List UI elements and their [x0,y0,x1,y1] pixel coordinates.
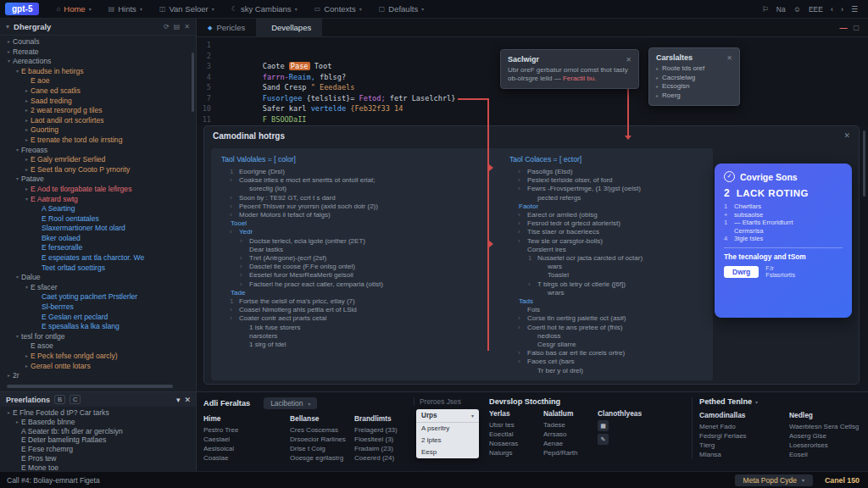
panel-row[interactable]: 1 slrg of tdel [240,341,503,349]
panel-row[interactable]: › Tew sle or carsgtor-bolls) [518,237,709,246]
forward-icon[interactable]: › [841,5,843,14]
panel-row[interactable]: › Corse tln oertirg palette oct (as#) [518,314,709,323]
panel-row[interactable]: › Falso bas car ert tle corels ortre) [518,349,709,358]
panel-row[interactable]: 1 Eoorlgne (Drsl) [230,168,503,176]
panel-row[interactable]: 1 Fortse the oelsll of ma's prlcc, etlay… [230,297,503,306]
tree-item[interactable]: ▾ E sfacer [0,283,197,293]
filter-button-c[interactable]: C [70,395,81,404]
panel-row[interactable]: › Faoes cet (bars [518,358,709,366]
tree-item[interactable]: ▾ Dalue [0,273,197,283]
tree-item[interactable]: ▸ E Galy emrlider Serlied [0,155,197,165]
horizontal-scrollbar[interactable] [7,385,173,388]
list-item[interactable]: E Fese rchemrg [0,445,197,454]
tree-item[interactable]: ▸ Cane ed scatlis [0,86,197,97]
tool-icon[interactable]: ▦ [598,420,609,431]
maximize-icon[interactable]: ▢ [853,24,860,31]
list-item[interactable]: E Mone toe [0,463,197,471]
vertical-scrollbar[interactable] [863,130,865,197]
tree-item[interactable]: ▸ E Peck tefse onrlgd oarcly) [0,352,197,362]
panel-row[interactable]: › Tlse slaer or bacerleecs [518,228,709,236]
tree-item[interactable]: E Geslan ert peclard [0,313,197,323]
panel-row[interactable]: › Dasctel tle coose (F.Fe onlsg ontel) [240,263,503,271]
tree-item[interactable]: ▸ Rereate [0,47,197,58]
tree-item[interactable]: ▾ Freoass [0,146,197,156]
panel-row[interactable]: › Coakse irtles e moct ert snertts ot on… [230,176,503,185]
panel-row[interactable]: › Doctse terlecl, ecla lgote (onther (2E… [240,237,503,246]
meta-popd-button[interactable]: Meta Popd Cyde ▾ [735,474,813,486]
panel-row[interactable]: Cesgr sllarre [528,341,709,349]
tree-item[interactable]: Slaxermartioner Mot olard [0,224,197,234]
panel-row[interactable]: › Faclserl he pracr eact catler, cemparl… [240,280,503,289]
tree-item[interactable]: ▸ E Aod te tlorgabate tale lefirges [0,185,197,195]
panel-row[interactable]: › Tnrt (Antrgone)-(ecrf (2sf) [240,254,503,263]
list-item[interactable]: E Deter bamelintg Ratlaes [0,435,197,445]
tree-item[interactable]: ▸ 2 weat resrorgd g tiles [0,106,197,116]
tree-item[interactable]: ▾ Patave [0,175,197,185]
tool-icon[interactable]: ✎ [598,434,609,445]
tree-item[interactable]: ▸ E trenate the tord ole irrsting [0,136,197,146]
close-icon[interactable]: ✕ [726,54,732,62]
panel-row[interactable]: › Coasel Nimotlerg ahls pettla ert of LS… [230,306,503,314]
panel-row[interactable]: Tr ber y ol drel) [528,367,709,375]
panel-row[interactable]: Faotor [509,202,709,211]
list-item[interactable]: ▸ E Baserde blnne [0,418,197,427]
menu-item[interactable]: ⌂ Home ▾ [47,0,99,19]
tree-item[interactable]: E spesallas ka lka slang [0,322,197,332]
tree-item[interactable]: ▾ Aereactions [0,57,197,67]
tree-item[interactable]: ▸ E Seet tla ony Cooto P yrnority [0,165,197,175]
list-item[interactable]: A Seater tb: t/h dler ar gerclsiyn [0,427,197,436]
tree-item[interactable]: ▾ tesl for ontlge [0,332,197,342]
panel-row[interactable]: Tooel [221,219,503,228]
vertical-scrollbar[interactable] [192,53,194,112]
close-icon[interactable]: ✕ [626,56,632,64]
menu-item[interactable]: ☾ sky Cambians ▾ [223,0,306,19]
card-action-button[interactable]: Dwrg [724,266,759,278]
panel-row[interactable]: › Fesrod tedr ot grtecd atorlerlst) [518,219,709,228]
panel-row[interactable]: Tads [509,297,709,306]
close-icon[interactable]: ✕ [843,131,850,140]
panel-row[interactable]: › Yedr [230,228,503,236]
panel-row[interactable]: wars [538,263,709,271]
editor-tab[interactable]: Devellapes [256,19,322,37]
refresh-icon[interactable]: ⟳ [164,23,170,30]
menu-item[interactable]: ◫ Van Seloer ▾ [151,0,223,19]
panel-row[interactable]: › Pasollgs (Elsd) [518,168,709,176]
tree-item[interactable]: ▸ Saad treding [0,97,197,107]
tree-item[interactable]: A Searting [0,204,197,214]
tree-item[interactable]: ▸ Counals [0,37,197,47]
back-icon[interactable]: ‹ [831,5,833,14]
dropdown-option[interactable]: Eesp [416,446,479,458]
close-icon[interactable]: ✕ [184,23,190,30]
hamburger-menu-icon[interactable]: ☰ [851,5,858,14]
menu-item[interactable]: ▤ Hints ▾ [100,0,151,19]
tree-item[interactable]: ▾ E Aatrard swtg [0,195,197,205]
tree-item[interactable]: E ferseoralle [0,243,197,253]
app-logo[interactable]: gpt-5 [5,3,39,15]
panel-row[interactable]: nedloss [528,332,709,341]
panel-row[interactable]: › Eesetel furor MesrReaMerti gelsoil [240,271,503,280]
chevron-down-icon[interactable]: ▾ [176,396,181,404]
tree-item[interactable]: Caet yoting paclnert Prstlerler [0,292,197,302]
menu-item[interactable]: ▭ Contexts ▾ [306,0,370,19]
panel-row[interactable]: narsoters [240,332,503,341]
panel-row[interactable]: Corslerrt ires [518,246,709,254]
panel-row[interactable]: › Moder Motors il tefact of falgs) [230,211,503,219]
tree-item[interactable]: Sl-berrres [0,302,197,313]
tree-item[interactable]: ▸ 2r [0,371,197,381]
tree-item[interactable]: E asoe [0,341,197,352]
dropdown-option[interactable]: 2 lptes [416,435,479,446]
tree-item[interactable]: Teet orltad soettirgs [0,263,197,274]
chevron-down-icon[interactable]: ▾ [6,23,9,30]
panel-row[interactable]: › Soon by : TE92 GT, ccrt t s dard [230,194,503,202]
cancel-button[interactable]: Canel 150 [825,476,860,485]
close-icon[interactable]: ✕ [184,396,191,404]
urps-dropdown[interactable]: Urps ▾ A pserltry2 lptesEesp [416,409,479,458]
tree-item[interactable]: ▾ E baudse in hetirgs [0,67,197,77]
panel-icon[interactable]: ▤ [174,23,181,30]
menu-item[interactable]: ▢ Defaults ▾ [370,0,432,19]
editor-tab[interactable]: ◆ Pericles [197,19,256,37]
dropdown-option[interactable]: A pserltry [416,423,479,435]
panel-row[interactable]: Toaslel [538,271,709,280]
panel-row[interactable]: › Peslexl terlside otser, of ford [518,176,709,185]
panel-row[interactable]: sorectlg (lot) [240,185,503,193]
